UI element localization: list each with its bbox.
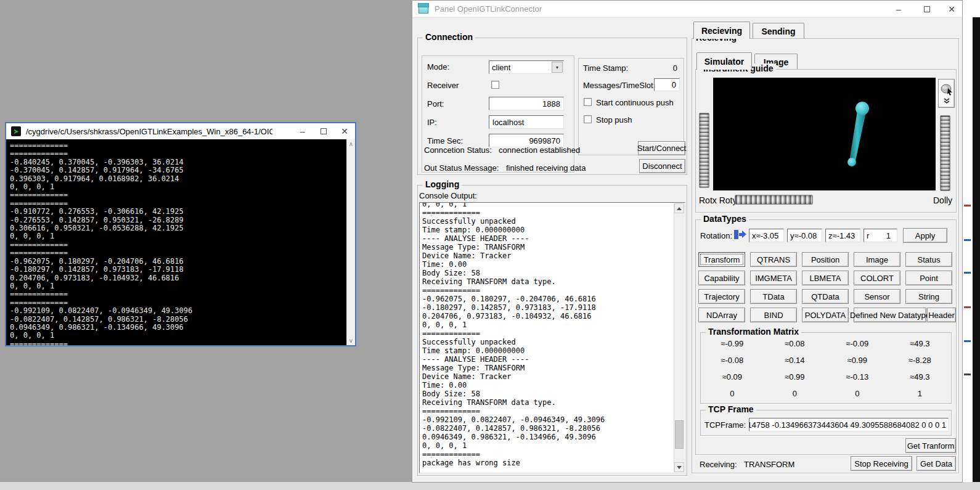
tdata-button[interactable]: TData [750,289,797,304]
panel-close-button[interactable]: ✕ [941,1,962,17]
out-status-value: finished receiving data [506,163,586,173]
terminal-window: ≻ /cygdrive/c/Users/shkrass/OpenIGTLinkE… [5,122,356,346]
instrument-3d-viewport[interactable] [713,78,936,190]
console-output[interactable]: 0, 0, 0, 1 ============= Successfully un… [419,202,685,473]
terminal-minimize-button[interactable]: – [292,123,313,139]
rotation-arrow-icon[interactable] [734,229,746,240]
background-text-fragment [964,272,971,274]
datatypes-group: DataTypes Rotation: x≈-3.05 y≈-0.08 z≈-1… [695,219,957,455]
logging-group: Logging Console Output: 0, 0, 0, 1 =====… [417,185,687,476]
rotation-z-field[interactable]: z≈-1.43 [825,229,860,242]
ndarray-button[interactable]: NDArray [698,308,745,322]
port-field[interactable]: 1888 [489,97,564,110]
scroll-up-button[interactable] [674,203,684,213]
out-status-label: Out Status Message: [424,163,499,173]
messages-timeslot-label: Messages/TimeSlot: [583,81,655,90]
transform-button[interactable]: Transform [698,252,745,267]
rotation-label: Rotation: [700,231,732,240]
tcp-frame-group: TCP Frame TCPFrame: 814758 -0.1349663734… [700,410,952,436]
panel-titlebar[interactable]: Panel OpenIGTLinkConnector – ✕ [412,1,962,18]
matrix-cell: ≈-8.28 [889,356,952,365]
disconnect-button[interactable]: Disconnect [639,159,685,173]
apply-button[interactable]: Apply [903,228,947,243]
polydata-button[interactable]: POLYDATA [802,308,849,322]
matrix-cell: 0 [701,389,764,398]
tab-receiving[interactable]: Recieving [693,22,750,39]
tab-sending[interactable]: Sending [753,23,804,39]
terminal-close-button[interactable]: ✕ [334,123,355,139]
get-data-button[interactable]: Get Data [917,456,956,471]
capability-button[interactable]: Capability [698,271,745,285]
rotx-thumbwheel[interactable] [699,113,709,188]
qtrans-button[interactable]: QTRANS [750,252,797,267]
console-scrollbar[interactable] [674,203,684,472]
messages-timeslot-field[interactable]: 0 [654,78,680,91]
matrix-cell: ≈0.14 [764,356,827,365]
colort-button[interactable]: COLORT [854,271,900,285]
position-button[interactable]: Position [802,252,849,267]
sensor-button[interactable]: Sensor [854,289,900,304]
camera-control-button[interactable] [938,79,955,108]
scroll-down-button[interactable] [674,462,684,472]
matrix-values: ≈-0.99≈0.08≈-0.09≈49.3 ≈-0.08≈0.14≈0.99≈… [701,339,951,398]
scroll-up-icon[interactable]: ∧ [347,141,355,147]
qtdata-button[interactable]: QTData [802,289,849,304]
terminal-scrollbar[interactable]: ∧ ∨ [346,139,355,345]
terminal-titlebar[interactable]: ≻ /cygdrive/c/Users/shkrass/OpenIGTLinkE… [6,123,355,139]
ip-value: localhost [489,118,524,127]
matrix-cell: ≈-0.09 [826,339,889,348]
string-button[interactable]: String [905,289,952,304]
bind-button[interactable]: BIND [750,308,797,322]
rotation-x-field[interactable]: x≈-3.05 [749,229,784,242]
get-transform-button[interactable]: Get Tranform [905,438,956,453]
stop-receiving-button[interactable]: Stop Receiving [851,456,912,471]
matrix-cell: 1 [889,389,952,398]
scroll-down-icon[interactable]: ∨ [347,337,355,344]
time-stamp-value: 0 [673,63,677,73]
dolly-thumbwheel[interactable] [940,115,950,191]
time-sec-value: 9699870 [529,136,563,145]
imgmeta-button[interactable]: IMGMETA [750,271,797,285]
rotation-y-field[interactable]: y≈-0.08 [787,229,822,242]
panel-minimize-button[interactable]: – [884,1,913,17]
header-button[interactable]: Header [927,308,956,322]
app-box-icon [419,5,428,14]
ip-field[interactable]: localhost [489,115,564,129]
point-button[interactable]: Point [905,271,952,285]
transformation-matrix-label: Transformation Matrix [706,327,801,337]
trajectory-button[interactable]: Trajectory [698,289,745,304]
status-button[interactable]: Status [905,252,952,267]
dropdown-arrow-icon[interactable]: ▼ [552,62,563,73]
transformation-matrix-group: Transformation Matrix ≈-0.99≈0.08≈-0.09≈… [700,332,952,404]
rotation-z-value: z≈-1.43 [826,231,855,240]
panel-maximize-button[interactable] [913,1,941,17]
matrix-cell: 0 [826,389,889,398]
rotation-r-value: 1 [886,231,897,240]
start-connect-button[interactable]: Start/Connect [638,141,685,155]
background-text-fragment [964,340,971,342]
defined-new-datatype-button[interactable]: Defined New Datatype [854,308,926,322]
terminal-text: ============= ============= -0.840245, 0… [10,142,343,345]
image-button[interactable]: Image [854,252,900,267]
scroll-thumb[interactable] [675,420,684,449]
matrix-cell: ≈0.09 [701,372,764,382]
mode-dropdown[interactable]: client ▼ [489,60,564,74]
tcpframe-field[interactable]: 814758 -0.134966373443604 49.30955886840… [749,418,949,431]
taskbar-strip [0,482,980,490]
rotation-r-field[interactable]: r 1 [864,229,897,242]
terminal-maximize-button[interactable] [313,123,334,139]
panel-title: Panel OpenIGTLinkConnector [435,4,542,14]
rotx-label: Rotx Roty [699,195,737,205]
cygwin-terminal-icon: ≻ [11,126,21,136]
start-continuous-push-checkbox[interactable] [584,98,592,106]
connection-group-label: Connection [423,32,475,42]
lbmeta-button[interactable]: LBMETA [802,271,849,285]
background-dark-strip [973,17,980,490]
roty-thumbwheel[interactable] [735,195,813,205]
receiver-checkbox[interactable] [491,81,499,89]
stop-push-checkbox[interactable] [584,115,592,123]
receiving-status-value: TRANSFORM [744,460,794,469]
tab-simulator[interactable]: Simulator [696,52,752,70]
time-sec-label: Time Sec: [427,136,463,145]
rotation-y-value: y≈-0.08 [788,231,817,240]
